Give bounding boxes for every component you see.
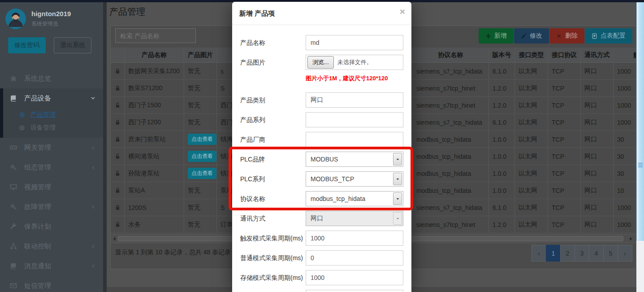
partial-bottom-field[interactable] bbox=[306, 290, 403, 292]
product-image-field-group: 产品图片浏览...未选择文件。图片小于1M，建议尺寸120*120 bbox=[240, 55, 403, 88]
protocol-name-select[interactable]: modbus_tcp_hidata bbox=[306, 191, 403, 206]
cell-text: 泵站A bbox=[128, 187, 145, 195]
sidebar-item[interactable]: 视频管理 bbox=[0, 177, 103, 197]
table-cell: TCP bbox=[548, 199, 581, 216]
edit-button[interactable]: 修改 bbox=[514, 28, 549, 44]
view-image-button[interactable]: 点击查看 bbox=[188, 151, 216, 162]
cell-text: TCP bbox=[552, 68, 564, 75]
pagination-next[interactable]: › bbox=[618, 245, 632, 261]
close-icon[interactable]: × bbox=[400, 7, 405, 16]
sidebar-item[interactable]: 短信管理 bbox=[0, 276, 103, 292]
sidebar-item[interactable]: 消息通知 bbox=[0, 256, 103, 276]
table-cell: TCP bbox=[548, 63, 581, 79]
logout-button[interactable]: 退出系统 bbox=[54, 37, 91, 53]
table-cell: 6.1.0 bbox=[489, 199, 515, 216]
pagination-page[interactable]: 1 bbox=[546, 245, 561, 261]
cell-text: 1.0.0 bbox=[493, 187, 506, 194]
cell-text: 暂无 bbox=[188, 204, 200, 212]
point-table-config-button[interactable]: 点表配置 bbox=[585, 28, 632, 44]
product-image-field[interactable]: 浏览...未选择文件。 bbox=[306, 55, 403, 70]
caret-down-icon[interactable] bbox=[393, 153, 402, 166]
plc-series-select-group: PLC系列MODBUS_TCP bbox=[240, 171, 403, 187]
pagination-page[interactable]: 3 bbox=[575, 245, 589, 261]
caret-down-icon[interactable] bbox=[393, 192, 402, 205]
pagination-page[interactable]: 5 bbox=[603, 245, 618, 261]
search-input[interactable] bbox=[115, 28, 196, 43]
cell-text: 暂无 bbox=[188, 84, 200, 92]
storage-period-field[interactable] bbox=[306, 270, 403, 285]
sidebar-item[interactable]: 网关管理 bbox=[0, 138, 103, 157]
lock-icon bbox=[114, 68, 121, 74]
product-vendor-field[interactable] bbox=[306, 132, 403, 147]
cell-text: 西门 bbox=[220, 118, 233, 126]
view-image-button[interactable]: 点击查看 bbox=[188, 134, 216, 145]
pencil-icon bbox=[521, 33, 527, 39]
table-cell: 1.0.0 bbox=[489, 182, 515, 199]
table-cell: 泵站A bbox=[125, 182, 184, 199]
cell-text: 30 bbox=[617, 136, 624, 143]
field-control bbox=[306, 92, 403, 108]
sidebar-item[interactable]: 保养计划 bbox=[0, 217, 103, 236]
cell-text: modbus_tcp_hidata bbox=[416, 170, 471, 177]
table-cell: 网口 bbox=[581, 182, 614, 199]
table-cell: 点击查看 bbox=[184, 165, 217, 182]
scroll-left-arrow-icon[interactable] bbox=[112, 236, 117, 241]
table-cell: 10 bbox=[614, 182, 636, 199]
product-series-field[interactable] bbox=[306, 112, 403, 127]
pagination: ‹12345› bbox=[532, 245, 632, 261]
table-cell: 暂无 bbox=[184, 97, 217, 113]
field-control bbox=[306, 250, 403, 266]
table-cell: 6.1.0 bbox=[489, 114, 515, 131]
sidebar-item[interactable]: 产品设备 bbox=[0, 88, 103, 108]
pagination-prev[interactable]: ‹ bbox=[532, 245, 546, 261]
sidebar-item[interactable]: 故障管理 bbox=[0, 197, 103, 217]
table-header-cell: 接口协议 bbox=[548, 48, 581, 62]
vertical-scrollbar[interactable] bbox=[636, 2, 644, 241]
sidebar-item[interactable]: 产品管理 bbox=[0, 108, 103, 121]
table-header-cell: 接口类型 bbox=[515, 48, 548, 62]
modal-header: 新增 产品项 × bbox=[232, 2, 411, 25]
trigger-period-field-group: 触发模式采集周期(ms) bbox=[240, 231, 403, 246]
field-label: PLC系列 bbox=[240, 171, 306, 187]
field-label: PLC品牌 bbox=[240, 152, 306, 167]
sidebar-item[interactable]: 联动控制 bbox=[0, 236, 103, 256]
scroll-right-arrow-icon[interactable] bbox=[628, 236, 633, 241]
cell-text: 1.2.0 bbox=[493, 102, 506, 109]
table-cell: 网口 bbox=[581, 216, 614, 233]
table-cell: TCP bbox=[548, 97, 581, 113]
table-cell: modbus_tcp_hidata bbox=[413, 165, 489, 182]
partial-bottom-field-group bbox=[240, 290, 403, 292]
sidebar-item[interactable]: 系统总览 bbox=[0, 69, 103, 88]
vertical-scroll-grip[interactable] bbox=[638, 163, 643, 168]
dot-circle-icon bbox=[19, 112, 26, 118]
chevron-left-icon bbox=[90, 263, 96, 269]
pagination-page[interactable]: 2 bbox=[560, 245, 575, 261]
page-title: 产品管理 bbox=[109, 6, 145, 18]
sidebar-item[interactable]: 组态管理 bbox=[0, 157, 103, 177]
table-cell bbox=[111, 97, 125, 113]
add-button[interactable]: 新增 bbox=[479, 28, 514, 44]
field-control bbox=[306, 35, 403, 50]
view-image-button[interactable]: 点击查看 bbox=[188, 168, 216, 179]
table-cell: TCP bbox=[548, 114, 581, 131]
product-name-field[interactable] bbox=[306, 35, 403, 50]
plc-brand-select[interactable]: MODBUS bbox=[306, 152, 403, 167]
product-category-field[interactable] bbox=[306, 92, 403, 108]
table-header-cell bbox=[111, 48, 125, 62]
caret-down-icon[interactable] bbox=[393, 173, 402, 185]
table-cell: siemens_s7tcp_hinet bbox=[413, 97, 489, 113]
table-cell: 以太网 bbox=[515, 199, 548, 216]
pagination-page[interactable]: 4 bbox=[589, 245, 604, 261]
browse-button[interactable]: 浏览... bbox=[307, 56, 334, 69]
plc-series-select[interactable]: MODBUS_TCP bbox=[306, 171, 403, 187]
cell-text: 以太网 bbox=[519, 118, 537, 126]
change-password-button[interactable]: 修改密码 bbox=[8, 37, 46, 53]
table-cell bbox=[111, 131, 125, 148]
cell-text: 1.0.0 bbox=[493, 136, 506, 143]
sidebar-item[interactable]: 设备管理 bbox=[0, 121, 103, 134]
table-cell bbox=[111, 148, 125, 165]
normal-period-field[interactable] bbox=[306, 250, 403, 266]
trigger-period-field[interactable] bbox=[306, 231, 403, 246]
field-control: MODBUS_TCP bbox=[306, 171, 403, 187]
delete-button[interactable]: 删除 bbox=[549, 28, 584, 44]
